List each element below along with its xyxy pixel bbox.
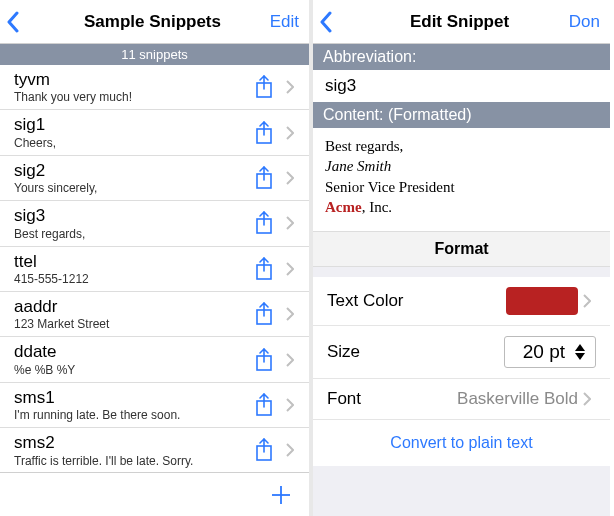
share-icon[interactable] xyxy=(254,120,274,146)
snippet-expansion: %e %B %Y xyxy=(14,363,247,377)
chevron-right-icon xyxy=(286,80,294,94)
page-title: Sample Snippets xyxy=(56,12,249,32)
content-line: Best regards, xyxy=(325,136,598,156)
content-line: Senior Vice President xyxy=(325,177,598,197)
share-icon[interactable] xyxy=(254,301,274,327)
snippet-row[interactable]: sms2Traffic is terrible. I'll be late. S… xyxy=(0,428,309,472)
snippet-list: tyvmThank you very much!sig1Cheers,sig2Y… xyxy=(0,65,309,472)
snippet-row[interactable]: ddate%e %B %Y xyxy=(0,337,309,382)
chevron-down-icon[interactable] xyxy=(575,353,585,360)
chevron-right-icon xyxy=(286,307,294,321)
chevron-right-icon xyxy=(286,126,294,140)
chevron-right-icon xyxy=(286,398,294,412)
content-field[interactable]: Best regards, Jane Smith Senior Vice Pre… xyxy=(313,128,610,231)
snippet-expansion: Cheers, xyxy=(14,136,247,150)
share-icon[interactable] xyxy=(254,210,274,236)
section-abbreviation: Abbreviation: xyxy=(313,44,610,70)
snippet-abbrev: sig1 xyxy=(14,115,247,135)
share-icon[interactable] xyxy=(254,392,274,418)
chevron-left-icon xyxy=(319,11,333,33)
stepper-arrows xyxy=(575,344,585,360)
size-value: 20 pt xyxy=(523,341,565,363)
navbar: Sample Snippets Edit xyxy=(0,0,309,44)
snippets-list-screen: Sample Snippets Edit 11 snippets tyvmTha… xyxy=(0,0,313,516)
navbar: Edit Snippet Don xyxy=(313,0,610,44)
back-button[interactable] xyxy=(6,11,56,33)
snippet-abbrev: sms2 xyxy=(14,433,247,453)
snippet-row[interactable]: sig2Yours sincerely, xyxy=(0,156,309,201)
font-value: Baskerville Bold xyxy=(457,389,578,409)
format-panel: Format Text Color Size 20 pt Font Basker… xyxy=(313,231,610,516)
chevron-right-icon xyxy=(286,353,294,367)
snippet-abbrev: sig3 xyxy=(14,206,247,226)
share-icon[interactable] xyxy=(254,74,274,100)
snippet-row[interactable]: tyvmThank you very much! xyxy=(0,65,309,110)
share-icon[interactable] xyxy=(254,437,274,463)
share-icon[interactable] xyxy=(254,347,274,373)
snippet-row[interactable]: sig3Best regards, xyxy=(0,201,309,246)
snippet-abbrev: sms1 xyxy=(14,388,247,408)
svg-marker-23 xyxy=(575,353,585,360)
chevron-right-icon xyxy=(286,443,294,457)
status-bar: 11 snippets xyxy=(0,44,309,65)
snippet-abbrev: aaddr xyxy=(14,297,247,317)
edit-snippet-screen: Edit Snippet Don Abbreviation: sig3 Cont… xyxy=(313,0,610,516)
snippet-row[interactable]: aaddr123 Market Street xyxy=(0,292,309,337)
content-line: Jane Smith xyxy=(325,156,598,176)
content-span: Acme xyxy=(325,199,362,215)
snippet-expansion: I'm running late. Be there soon. xyxy=(14,408,247,422)
back-button[interactable] xyxy=(319,11,369,33)
snippet-abbrev: ttel xyxy=(14,252,247,272)
snippet-row[interactable]: sig1Cheers, xyxy=(0,110,309,155)
size-stepper[interactable]: 20 pt xyxy=(504,336,596,368)
snippet-expansion: Best regards, xyxy=(14,227,247,241)
chevron-right-icon xyxy=(286,262,294,276)
share-icon[interactable] xyxy=(254,256,274,282)
snippet-expansion: 415-555-1212 xyxy=(14,272,247,286)
chevron-right-icon xyxy=(286,216,294,230)
snippet-row[interactable]: ttel415-555-1212 xyxy=(0,247,309,292)
size-label: Size xyxy=(327,342,504,362)
snippet-expansion: Yours sincerely, xyxy=(14,181,247,195)
edit-button[interactable]: Edit xyxy=(249,12,299,32)
convert-to-plain-text-button[interactable]: Convert to plain text xyxy=(313,420,610,466)
size-row: Size 20 pt xyxy=(313,326,610,379)
content-span: , Inc. xyxy=(362,199,392,215)
chevron-right-icon xyxy=(583,294,591,308)
format-header: Format xyxy=(313,231,610,267)
section-content: Content: (Formatted) xyxy=(313,102,610,128)
snippet-abbrev: tyvm xyxy=(14,70,247,90)
chevron-right-icon xyxy=(286,171,294,185)
add-button[interactable] xyxy=(269,483,293,507)
snippet-row[interactable]: sms1I'm running late. Be there soon. xyxy=(0,383,309,428)
done-button[interactable]: Don xyxy=(550,12,600,32)
text-color-row[interactable]: Text Color xyxy=(313,277,610,326)
snippet-abbrev: sig2 xyxy=(14,161,247,181)
content-line: Acme, Inc. xyxy=(325,197,598,217)
snippet-expansion: Traffic is terrible. I'll be late. Sorry… xyxy=(14,454,247,468)
snippet-expansion: 123 Market Street xyxy=(14,317,247,331)
page-title: Edit Snippet xyxy=(369,12,550,32)
chevron-left-icon xyxy=(6,11,20,33)
font-label: Font xyxy=(327,389,457,409)
chevron-right-icon xyxy=(583,392,591,406)
snippet-expansion: Thank you very much! xyxy=(14,90,247,104)
chevron-up-icon[interactable] xyxy=(575,344,585,351)
snippet-abbrev: ddate xyxy=(14,342,247,362)
toolbar xyxy=(0,472,309,516)
svg-marker-22 xyxy=(575,344,585,351)
text-color-label: Text Color xyxy=(327,291,506,311)
share-icon[interactable] xyxy=(254,165,274,191)
abbreviation-field[interactable]: sig3 xyxy=(313,70,610,102)
color-swatch[interactable] xyxy=(506,287,578,315)
font-row[interactable]: Font Baskerville Bold xyxy=(313,379,610,420)
